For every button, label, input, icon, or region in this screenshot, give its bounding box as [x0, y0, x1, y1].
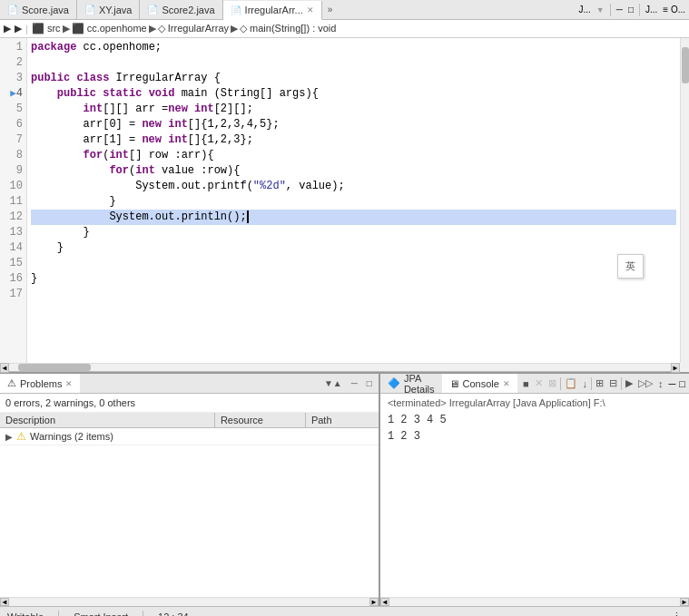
breadcrumb: ▶ ▶ | ⬛ src ▶ ⬛ cc.openhome ▶ ◇ Irregula…: [0, 20, 689, 38]
horizontal-scroll-thumb[interactable]: [18, 364, 91, 371]
code-line-3: public class IrregularArray {: [31, 71, 676, 86]
console-scroll-left[interactable]: ◀: [380, 598, 389, 606]
console-scroll-track[interactable]: [389, 598, 680, 606]
open-console-button[interactable]: ↕: [656, 377, 665, 390]
scroll-right-button[interactable]: ▶: [671, 363, 680, 373]
stop-button[interactable]: ■: [521, 377, 531, 390]
vertical-scrollbar[interactable]: [680, 38, 689, 363]
console-right-controls: ─ □: [669, 378, 689, 389]
console-minimize-button[interactable]: ─: [669, 378, 676, 389]
problems-minimize-button[interactable]: ─: [349, 377, 360, 389]
show-console-button-2[interactable]: ⊟: [607, 376, 619, 390]
code-line-12: System.out.println();: [31, 210, 676, 225]
code-line-8: for(int[] row :arr){: [31, 148, 676, 163]
problems-panel: ⚠ Problems ✕ ▼▲ ─ □ 0 errors, 2 warnings…: [0, 374, 380, 606]
status-more-button[interactable]: ⋮: [672, 611, 682, 616]
console-maximize-button[interactable]: □: [679, 378, 685, 389]
java-file-icon-3: 📄: [147, 5, 158, 15]
code-line-7: arr[1] = new int[]{1,2,3};: [31, 132, 676, 148]
nav-forward[interactable]: ▶: [15, 23, 22, 34]
row-resource: [215, 428, 306, 445]
expand-icon[interactable]: ▶: [5, 432, 13, 442]
editor-horizontal-scrollbar[interactable]: ◀ ▶: [0, 363, 689, 372]
problems-filter-button[interactable]: ▼▲: [321, 377, 345, 389]
ln-17: 17: [0, 287, 23, 302]
tab-overflow-button[interactable]: »: [322, 5, 339, 15]
tab-xy-java[interactable]: 📄 XY.java: [77, 0, 141, 19]
problems-maximize-button[interactable]: □: [364, 377, 375, 389]
toolbar-divider-2: [591, 377, 592, 390]
tab-irregulararray-java[interactable]: 📄 IrregularArr... ✕: [223, 1, 322, 20]
show-console-button-1[interactable]: ⊞: [594, 376, 605, 390]
console-scroll-right[interactable]: ▶: [680, 598, 689, 606]
ln-3: 3: [0, 71, 23, 86]
console-empty-space: [380, 499, 689, 597]
table-row[interactable]: ▶ ⚠ Warnings (2 items): [0, 428, 379, 445]
code-line-14: }: [31, 240, 676, 256]
code-editor[interactable]: package cc.openhome; public class Irregu…: [27, 38, 680, 363]
problems-panel-controls: ▼▲ ─ □: [321, 377, 379, 389]
input-method-tooltip: 英: [617, 254, 644, 279]
maximize-button[interactable]: □: [628, 5, 634, 15]
tab-jpa-details[interactable]: 🔷 JPA Details: [380, 374, 442, 393]
word-wrap-button[interactable]: ↓: [581, 377, 590, 390]
console-output: 1 2 3 4 5 1 2 3: [388, 412, 682, 445]
jpa-icon: 🔷: [388, 377, 400, 389]
editor-area: 1 2 3 ▶4 5 6 7 8 9 10 11 12 13 14 15 16 …: [0, 38, 689, 363]
breadcrumb-method[interactable]: ◇ main(String[]) : void: [240, 23, 336, 34]
ln-6: 6: [0, 117, 23, 132]
perspective-j[interactable]: J...: [645, 5, 657, 15]
scroll-lock-button[interactable]: 📋: [563, 376, 579, 390]
ln-8: 8: [0, 148, 23, 163]
col-path: Path: [306, 413, 379, 427]
problems-tab-close[interactable]: ✕: [65, 379, 73, 388]
problems-horizontal-scrollbar[interactable]: ◀ ▶: [0, 597, 379, 606]
tab-close-button[interactable]: ✕: [307, 5, 314, 15]
remove-button[interactable]: ✕: [533, 376, 545, 390]
console-toolbar: ■ ✕ ⊠ 📋 ↓ ⊞ ⊟ ▶ ▷▷ ↕: [517, 376, 669, 390]
tab-score-java[interactable]: 📄 Score.java: [0, 0, 77, 19]
breadcrumb-package[interactable]: ⬛ cc.openhome: [72, 23, 147, 34]
bottom-panels: ⚠ Problems ✕ ▼▲ ─ □ 0 errors, 2 warnings…: [0, 372, 689, 606]
run-button[interactable]: ▶: [624, 376, 635, 390]
remove-all-button[interactable]: ⊠: [546, 376, 558, 390]
java-file-icon: 📄: [7, 5, 18, 15]
console-tab-close[interactable]: ✕: [503, 379, 510, 388]
nav-arrow[interactable]: ▶: [4, 23, 11, 34]
minimize-button[interactable]: ─: [616, 5, 623, 15]
ln-15: 15: [0, 256, 23, 271]
ln-10: 10: [0, 179, 23, 194]
code-line-2: [31, 55, 676, 71]
j-dropdown[interactable]: J...: [579, 5, 591, 15]
breadcrumb-sep-3: ▶: [231, 23, 238, 34]
problems-scroll-left[interactable]: ◀: [0, 598, 9, 606]
perspective-o[interactable]: ≡ O...: [663, 5, 685, 15]
code-line-1: package cc.openhome;: [31, 40, 676, 55]
console-line-1: 1 2 3 4 5: [388, 412, 682, 428]
status-writable: Writable: [7, 611, 44, 617]
scrollbar-thumb[interactable]: [682, 47, 689, 83]
console-line-2: 1 2 3: [388, 428, 682, 445]
status-position: 12 : 34: [158, 611, 189, 617]
ln-14: 14: [0, 240, 23, 256]
code-line-5: int[][] arr =new int[2][];: [31, 102, 676, 117]
ln-13: 13: [0, 225, 23, 240]
status-bar: Writable Smart Insert 12 : 34 ⋮: [0, 606, 689, 616]
breadcrumb-class[interactable]: ◇ IrregularArray: [158, 23, 229, 34]
col-resource: Resource: [215, 413, 306, 427]
console-horizontal-scrollbar[interactable]: ◀ ▶: [380, 597, 689, 606]
scroll-left-button[interactable]: ◀: [0, 363, 9, 373]
ln-1: 1: [0, 40, 23, 55]
horizontal-scroll-track[interactable]: [9, 364, 671, 371]
breadcrumb-src[interactable]: ⬛ src: [32, 23, 61, 34]
tab-problems[interactable]: ⚠ Problems ✕: [0, 374, 80, 393]
code-line-10: System.out.printf("%2d", value);: [31, 179, 676, 194]
tab-console[interactable]: 🖥 Console ✕: [442, 374, 517, 393]
row-description: ▶ ⚠ Warnings (2 items): [0, 428, 215, 445]
problems-scroll-right[interactable]: ▶: [369, 598, 379, 606]
problems-scroll-track[interactable]: [9, 598, 369, 606]
warning-icon: ⚠: [16, 430, 26, 443]
tab-score2-java[interactable]: 📄 Score2.java: [140, 0, 222, 19]
code-line-4: public static void main (String[] args){: [31, 86, 676, 102]
debug-button[interactable]: ▷▷: [636, 376, 655, 390]
